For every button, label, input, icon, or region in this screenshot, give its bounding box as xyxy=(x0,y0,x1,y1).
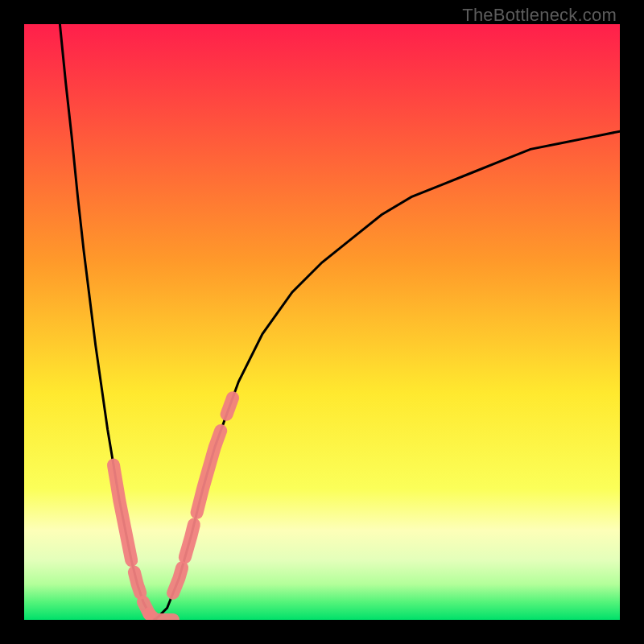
plot-area xyxy=(24,24,620,620)
highlight-segment-7 xyxy=(227,398,233,414)
highlight-segment-6 xyxy=(197,431,221,513)
chart-frame: TheBottleneck.com xyxy=(0,0,644,644)
curve-right-branch xyxy=(155,131,620,620)
highlight-segment-0 xyxy=(114,465,131,560)
bottleneck-curve xyxy=(24,24,620,620)
highlight-segment-5 xyxy=(185,525,194,558)
highlight-segment-4 xyxy=(173,568,182,592)
highlight-segment-1 xyxy=(134,572,140,593)
watermark-text: TheBottleneck.com xyxy=(462,5,617,26)
highlight-segment-3 xyxy=(149,614,173,620)
curve-left-branch xyxy=(60,24,155,620)
